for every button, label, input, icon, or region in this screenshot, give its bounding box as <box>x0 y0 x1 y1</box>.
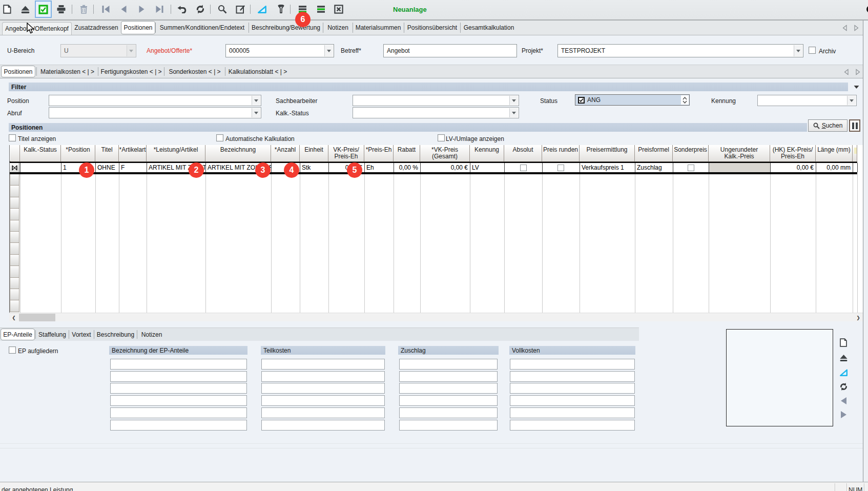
cell-3[interactable]: OHNE <box>95 163 119 172</box>
scroll-right-icon[interactable]: ❯ <box>854 313 863 322</box>
column-header-preis-eh[interactable]: *Preis-Eh <box>364 145 394 161</box>
u-bereich-select[interactable]: U <box>60 44 136 57</box>
column-header-bezeichnung[interactable]: Bezeichnung <box>205 145 271 161</box>
angebot-offerte-dropdown-icon[interactable] <box>324 45 333 56</box>
filter-position-combobox[interactable] <box>49 95 261 106</box>
column-header-artikelart[interactable]: *Artikelart <box>119 145 147 161</box>
ep-input-vollkosten-6[interactable] <box>510 420 635 431</box>
titel-anzeigen-checkbox[interactable] <box>9 134 16 141</box>
last-record-icon[interactable] <box>154 4 164 14</box>
filter-position-dropdown-icon[interactable] <box>252 96 260 105</box>
column-header-anzahl[interactable]: *Anzahl <box>271 145 300 161</box>
ep-input-zuschlag-1[interactable] <box>399 359 498 370</box>
status-ang-checkbox[interactable] <box>578 97 585 104</box>
filter-collapse-icon[interactable] <box>854 85 859 89</box>
projekt-combobox[interactable]: TESTPROJEKT <box>557 44 803 57</box>
ep-input-bezeichnung-der-ep-anteile-5[interactable] <box>110 407 247 418</box>
bottomtab-beschreibung[interactable]: Beschreibung <box>95 328 136 341</box>
filter-abruf-dropdown-icon[interactable] <box>252 108 260 117</box>
angebot-offerte-combobox[interactable]: 000005 <box>225 44 334 57</box>
lv-umlage-checkbox[interactable] <box>438 134 445 141</box>
archiv-checkbox[interactable] <box>809 47 816 54</box>
ep-input-zuschlag-6[interactable] <box>399 420 498 431</box>
status-spinner[interactable] <box>681 95 689 105</box>
tab-zusatzadressen[interactable]: Zusatzadressen <box>73 21 119 35</box>
filter-status-combobox[interactable]: ANG <box>575 94 690 106</box>
printer-icon[interactable] <box>56 4 66 14</box>
tab-materialsummen[interactable]: Materialsummen <box>354 21 403 35</box>
first-record-icon[interactable] <box>100 4 111 14</box>
cell-checkbox-15[interactable] <box>542 163 580 172</box>
tab-beschreibung-bewertung[interactable]: Beschreibung/Bewertung <box>250 21 322 35</box>
empty-row-header[interactable] <box>10 278 19 289</box>
bottomtab-notizen[interactable]: Notizen <box>138 328 166 341</box>
column-header-ungerundeter-kalk-preis[interactable]: UngerundeterKalk.-Preis <box>709 145 770 161</box>
tab-scroll-left-icon[interactable] <box>842 25 848 31</box>
close-box-icon[interactable] <box>334 4 344 14</box>
cell-8[interactable]: Stk <box>300 163 328 172</box>
empty-row-header[interactable] <box>10 289 19 300</box>
ep-input-bezeichnung-der-ep-anteile-1[interactable] <box>110 359 247 370</box>
ep-input-teilkosten-1[interactable] <box>261 359 385 370</box>
ep-input-zuschlag-5[interactable] <box>399 407 498 418</box>
column-header-preis-runden[interactable]: Preis runden <box>542 145 580 161</box>
ep-input-zuschlag-3[interactable] <box>399 383 498 394</box>
column-header-titel[interactable]: Titel <box>95 145 119 161</box>
scrollbar-thumb[interactable] <box>19 314 55 321</box>
subtab-scroll-left-icon[interactable] <box>843 69 850 75</box>
column-header-position[interactable]: *Position <box>61 145 95 161</box>
subtab-kalkulationsblatt[interactable]: Kalkulationsblatt < | > <box>226 65 290 78</box>
ep-input-teilkosten-6[interactable] <box>261 420 385 431</box>
cell-10[interactable]: Eh <box>364 163 394 172</box>
edit-icon[interactable] <box>235 4 245 14</box>
next-record-icon[interactable] <box>136 4 147 14</box>
ep-input-vollkosten-5[interactable] <box>510 407 635 418</box>
cell-20[interactable]: 0,00 € <box>770 163 816 172</box>
empty-row-header[interactable] <box>10 243 19 254</box>
tab-scroll-right-icon[interactable] <box>853 25 859 31</box>
new-document-icon[interactable] <box>2 4 12 14</box>
filter-abruf-combobox[interactable] <box>49 107 261 118</box>
column-header-preisformel[interactable]: Preisformel <box>635 145 673 161</box>
bottomtab-ep-anteile[interactable]: EP-Anteile <box>1 329 35 340</box>
eject-icon[interactable] <box>20 4 30 14</box>
pause-button[interactable] <box>849 119 860 132</box>
cell-13[interactable]: LV <box>470 163 504 172</box>
bottomtab-staffelung[interactable]: Staffelung <box>36 328 68 341</box>
side-new-document-icon[interactable] <box>839 338 848 347</box>
ep-input-teilkosten-2[interactable] <box>261 371 385 382</box>
triangle-cyan-icon[interactable] <box>257 4 267 14</box>
ep-input-vollkosten-3[interactable] <box>510 383 635 394</box>
ep-input-teilkosten-5[interactable] <box>261 407 385 418</box>
empty-row-header[interactable] <box>10 220 19 232</box>
ep-input-bezeichnung-der-ep-anteile-4[interactable] <box>110 395 247 406</box>
column-header-länge-mm[interactable]: Länge (mm) <box>816 145 853 161</box>
filter-sachbearbeiter-combobox[interactable] <box>353 95 519 106</box>
subtab-positionen[interactable]: Positionen <box>1 66 35 77</box>
filter-sachbearbeiter-dropdown-icon[interactable] <box>509 96 518 105</box>
column-header-vk-preis-gesamt[interactable]: *VK-Preis(Gesamt) <box>420 145 470 161</box>
grid-hscrollbar[interactable]: ❮ ❯ <box>9 313 863 321</box>
side-previous-icon[interactable] <box>839 396 848 405</box>
empty-row-header[interactable] <box>10 174 19 186</box>
column-header-kalk-status[interactable]: Kalk.-Status <box>20 145 61 161</box>
ep-input-teilkosten-4[interactable] <box>261 395 385 406</box>
cell-16[interactable]: Verkaufspreis 1 <box>580 163 635 172</box>
side-refresh-icon[interactable] <box>839 382 848 391</box>
cell-checkbox-14[interactable] <box>504 163 542 172</box>
side-triangle-cyan-icon[interactable] <box>839 368 848 377</box>
tab-positionsübersicht[interactable]: Positionsübersicht <box>405 21 460 35</box>
green-check-icon[interactable] <box>38 4 48 14</box>
empty-row-header[interactable] <box>10 197 19 209</box>
column-header-kennung[interactable]: Kennung <box>470 145 504 161</box>
suchen-button[interactable]: Suchen <box>808 119 848 132</box>
ep-input-vollkosten-2[interactable] <box>510 371 635 382</box>
column-header-absolut[interactable]: Absolut <box>504 145 542 161</box>
undo-icon[interactable] <box>177 4 187 14</box>
tab-angebots-offertenkopf[interactable]: Angebots-/Offertenkopf <box>2 22 72 35</box>
column-header-rabatt[interactable]: Rabatt <box>394 145 420 161</box>
ep-input-zuschlag-4[interactable] <box>399 395 498 406</box>
ep-aufgliedern-checkbox[interactable] <box>9 346 16 354</box>
scroll-left-icon[interactable]: ❮ <box>9 313 18 322</box>
cell-17[interactable]: Zuschlag <box>635 163 673 172</box>
